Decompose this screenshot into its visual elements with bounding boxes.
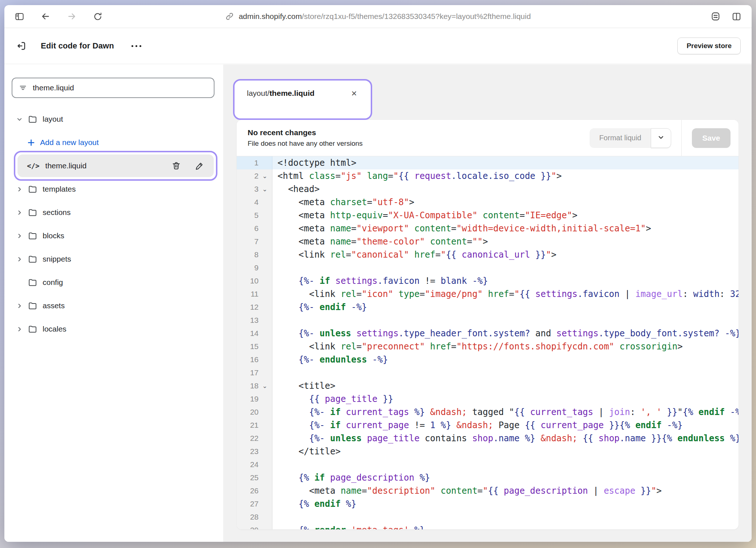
search-input[interactable] [33, 83, 207, 92]
page-settings-icon[interactable] [710, 11, 721, 21]
sidebar-toggle-icon[interactable] [15, 12, 24, 21]
editor-toolbar: No recent changes File does not have any… [237, 120, 739, 156]
code-line-text: <link rel="icon" type="image/png" href="… [272, 289, 739, 299]
sidebar-item-locales[interactable]: locales [4, 317, 223, 341]
code-line-16[interactable]: 16 {%- endunless -%} [237, 353, 739, 366]
chevron-right-icon[interactable] [15, 256, 24, 262]
code-line-8[interactable]: 8 <link rel="canonical" href="{{ canonic… [237, 248, 739, 261]
tree-item-label: snippets [43, 255, 71, 263]
rename-icon[interactable] [195, 161, 204, 171]
tree-item-label: blocks [43, 231, 64, 240]
code-line-14[interactable]: 14 {%- unless settings.type_header_font.… [237, 327, 739, 340]
line-number: 10 [237, 277, 259, 285]
code-line-17[interactable]: 17 [237, 366, 739, 379]
code-line-27[interactable]: 27 {% endif %} [237, 497, 739, 510]
sidebar-item-templates[interactable]: templates [4, 177, 223, 201]
code-line-23[interactable]: 23 </title> [237, 445, 739, 458]
code-line-text: <meta http-equiv="X-UA-Compatible" conte… [272, 210, 578, 220]
sidebar-item-assets[interactable]: assets [4, 294, 223, 317]
sidebar-item-layout[interactable]: layout [4, 107, 223, 131]
code-line-12[interactable]: 12 {%- endif -%} [237, 301, 739, 314]
code-line-4[interactable]: 4 <meta charset="utf-8"> [237, 196, 739, 209]
gutter: 24 [237, 458, 272, 471]
chevron-right-icon[interactable] [15, 326, 24, 332]
gutter: 28 [237, 510, 272, 524]
gutter: 3⌄ [237, 183, 272, 196]
close-icon[interactable]: × [350, 88, 358, 99]
gutter: 22 [237, 432, 272, 445]
code-line-18[interactable]: 18⌄ <title> [237, 379, 739, 392]
line-number: 1 [237, 158, 259, 167]
code-line-7[interactable]: 7 <meta name="theme-color" content=""> [237, 235, 739, 248]
code-line-20[interactable]: 20 {%- if current_tags %} &ndash; tagged… [237, 406, 739, 419]
app-header: Edit code for Dawn Preview store [4, 28, 752, 64]
code-line-13[interactable]: 13 [237, 314, 739, 327]
exit-icon[interactable] [16, 40, 27, 51]
plus-icon [27, 138, 35, 147]
file-search-field[interactable] [12, 78, 214, 98]
back-icon[interactable] [40, 11, 51, 21]
reload-icon[interactable] [93, 12, 103, 21]
selected-file-annotation-ring: </>theme.liquid [14, 151, 217, 181]
code-line-3[interactable]: 3⌄ <head> [237, 183, 739, 196]
line-number: 5 [237, 211, 259, 220]
code-line-5[interactable]: 5 <meta http-equiv="X-UA-Compatible" con… [237, 209, 739, 222]
tab-file-name: theme.liquid [269, 89, 315, 98]
code-line-text: <head> [272, 184, 320, 194]
folder-icon [27, 208, 38, 217]
code-line-29[interactable]: 29 {% render 'meta-tags' %} [237, 524, 739, 529]
gutter: 16 [237, 353, 272, 366]
code-line-1[interactable]: 1<!doctype html> [237, 156, 739, 169]
split-view-icon[interactable] [732, 12, 741, 21]
gutter: 23 [237, 445, 272, 458]
delete-icon[interactable] [172, 161, 181, 171]
chevron-right-icon[interactable] [15, 186, 24, 192]
sidebar-item-sections[interactable]: sections [4, 201, 223, 224]
format-liquid-button[interactable]: Format liquid [590, 128, 651, 148]
code-line-26[interactable]: 26 <meta name="description" content="{{ … [237, 484, 739, 497]
code-line-21[interactable]: 21 {%- if current_page != 1 %} &ndash; P… [237, 419, 739, 432]
code-line-15[interactable]: 15 <link rel="preconnect" href="https://… [237, 340, 739, 353]
fold-toggle-icon[interactable]: ⌄ [259, 382, 271, 390]
fold-toggle-icon[interactable]: ⌄ [259, 185, 271, 193]
code-line-text: <meta name="description" content="{{ pag… [272, 486, 662, 496]
line-number: 15 [237, 342, 259, 351]
line-number: 7 [237, 237, 259, 246]
tree-item-label: assets [43, 301, 65, 310]
chevron-down-icon[interactable] [15, 116, 24, 122]
sidebar-item-blocks[interactable]: blocks [4, 224, 223, 247]
link-icon [225, 12, 234, 21]
gutter: 13 [237, 314, 272, 327]
code-line-11[interactable]: 11 <link rel="icon" type="image/png" hre… [237, 287, 739, 301]
chevron-right-icon[interactable] [15, 303, 24, 309]
code-line-10[interactable]: 10 {%- if settings.favicon != blank -%} [237, 274, 739, 287]
chevron-right-icon[interactable] [15, 233, 24, 239]
code-line-text: <link rel="preconnect" href="https://fon… [272, 341, 683, 352]
code-line-19[interactable]: 19 {{ page_title }} [237, 392, 739, 406]
save-button[interactable]: Save [692, 128, 731, 148]
address-bar[interactable]: admin.shopify.com/store/rzq1xu-f5/themes… [225, 5, 531, 28]
code-line-6[interactable]: 6 <meta name="viewport" content="width=d… [237, 222, 739, 235]
tab-layout-theme-liquid[interactable]: layout/theme.liquid × [235, 83, 371, 104]
code-editor[interactable]: 1<!doctype html>2⌄<html class="js" lang=… [237, 156, 739, 529]
code-line-25[interactable]: 25 {% if page_description %} [237, 471, 739, 484]
code-line-2[interactable]: 2⌄<html class="js" lang="{{ request.loca… [237, 169, 739, 183]
gutter: 25 [237, 471, 272, 484]
more-actions-icon[interactable] [129, 43, 143, 49]
preview-store-button[interactable]: Preview store [677, 38, 741, 54]
code-line-9[interactable]: 9 [237, 261, 739, 274]
chevron-right-icon[interactable] [15, 210, 24, 216]
code-line-text: {{ page_title }} [272, 394, 393, 404]
format-dropdown-button[interactable] [651, 128, 671, 148]
code-line-24[interactable]: 24 [237, 458, 739, 471]
code-line-text: </title> [272, 446, 340, 457]
sidebar-item-snippets[interactable]: snippets [4, 247, 223, 271]
gutter: 1 [237, 156, 272, 169]
code-line-22[interactable]: 22 {%- unless page_title contains shop.n… [237, 432, 739, 445]
code-line-28[interactable]: 28 [237, 510, 739, 524]
sidebar-item-theme-liquid[interactable]: </>theme.liquid [17, 154, 214, 177]
line-number: 19 [237, 395, 259, 403]
tree-item-label: layout [43, 115, 63, 124]
sidebar-item-config[interactable]: config [4, 271, 223, 294]
fold-toggle-icon[interactable]: ⌄ [259, 172, 271, 180]
